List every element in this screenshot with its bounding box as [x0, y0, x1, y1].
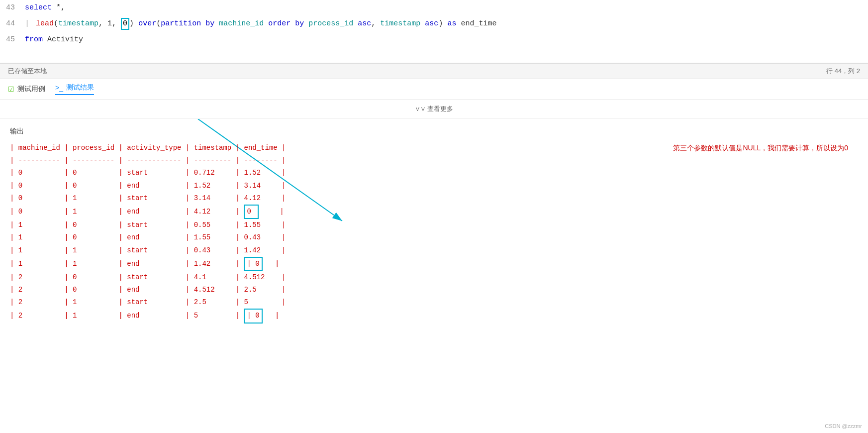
table-row: | 1 | 0 | start | 0.55 | 1.55 | — [10, 219, 858, 231]
code-text — [264, 19, 268, 28]
separator-text: | ---------- | ---------- | ------------… — [10, 154, 286, 167]
code-text: ) — [129, 19, 138, 28]
table-row-highlight-2: | 1 | 1 | end | 1.42 | | 0 | — [10, 257, 858, 271]
keyword-asc1: asc — [358, 19, 371, 28]
table-separator-row: | ---------- | ---------- | ------------… — [10, 154, 858, 167]
tab-test-results-label: 测试结果 — [66, 83, 94, 92]
code-text: ) — [438, 19, 447, 28]
table-row: | 1 | 1 | start | 0.43 | 1.42 | — [10, 244, 858, 257]
table-row: | 1 | 0 | end | 1.55 | 0.43 | — [10, 231, 858, 244]
table-row: | 2 | 1 | start | 2.5 | 5 | — [10, 296, 858, 309]
sql-output: | machine_id | process_id | activity_typ… — [10, 142, 858, 324]
keyword-over: over — [138, 19, 156, 28]
row-data: | 0 | 1 | start | 3.14 | 4.12 | — [10, 192, 286, 205]
terminal-icon: >_ — [55, 84, 63, 92]
highlighted-cell-2: | 0 — [244, 257, 262, 271]
view-more-text: ∨∨ 查看更多 — [415, 105, 454, 112]
table-row: | 2 | 0 | start | 4.1 | 4.512 | — [10, 271, 858, 284]
code-line-45: 45 from Activity — [0, 32, 868, 48]
row-data: | 1 | 1 | end | 1.42 | — [10, 258, 244, 270]
tab-test-results[interactable]: >_ 测试结果 — [55, 83, 94, 95]
watermark: CSDN @zzzmr — [825, 423, 862, 429]
table-row-highlight-1: | 0 | 1 | end | 4.12 | 0 | 第三个参数的默认值是NUL… — [10, 205, 858, 219]
keyword-process-id: process_id — [308, 19, 353, 28]
code-text — [214, 19, 219, 28]
code-text — [420, 19, 425, 28]
table-row: | 0 | 1 | start | 3.14 | 4.12 | — [10, 192, 858, 205]
code-text — [353, 19, 358, 28]
keyword-select: select — [25, 3, 52, 12]
row-data: | 1 | 0 | start | 0.55 | 1.55 | — [10, 219, 286, 231]
code-text: ( — [54, 19, 58, 28]
highlighted-cell-1: 0 — [244, 205, 259, 219]
code-content-44: | lead(timestamp, 1, 0) over(partition b… — [25, 18, 868, 30]
keyword-asc2: asc — [425, 19, 438, 28]
table-row-highlight-3: | 2 | 1 | end | 5 | | 0 | — [10, 309, 858, 323]
keyword-end-time: end_time — [456, 19, 496, 28]
editor-padding — [0, 48, 868, 63]
code-text — [304, 19, 308, 28]
code-text: , 1, — [98, 19, 121, 28]
tab-test-cases[interactable]: ☑ 测试用例 — [8, 85, 45, 94]
table-row: | 2 | 0 | end | 4.512 | 2.5 | — [10, 284, 858, 296]
line-number-44: 44 — [0, 18, 25, 30]
code-line-44: 44 | lead(timestamp, 1, 0) over(partitio… — [0, 16, 868, 32]
keyword-activity: Activity — [43, 35, 83, 44]
row-data: | 1 | 1 | start | 0.43 | 1.42 | — [10, 244, 286, 257]
indent-marker: | — [25, 19, 29, 28]
code-line-43: 43 select *, — [0, 0, 868, 16]
saved-status: 已存储至本地 — [8, 67, 47, 76]
keyword-from: from — [25, 35, 43, 44]
keyword-machine-id: machine_id — [219, 19, 264, 28]
keyword-timestamp2: timestamp — [380, 19, 420, 28]
status-bar: 已存储至本地 行 44，列 2 — [0, 63, 868, 79]
row-data: | 0 | 0 | end | 1.52 | 3.14 | — [10, 180, 286, 192]
header-text: | machine_id | process_id | activity_typ… — [10, 142, 286, 154]
keyword-timestamp: timestamp — [58, 19, 98, 28]
code-editor: 43 select *, 44 | lead(timestamp, 1, 0) … — [0, 0, 868, 63]
keyword-as: as — [447, 19, 456, 28]
line-number-43: 43 — [0, 2, 25, 14]
code-content-43: select *, — [25, 2, 868, 14]
row-data: | 2 | 0 | start | 4.1 | 4.512 | — [10, 271, 286, 284]
table-row: | 0 | 0 | start | 0.712 | 1.52 | — [10, 167, 858, 179]
tabs-bar: ☑ 测试用例 >_ 测试结果 — [0, 79, 868, 100]
row-data: | 2 | 0 | end | 4.512 | 2.5 | — [10, 284, 286, 296]
keyword-lead: lead — [36, 19, 54, 28]
row-data: | 2 | 1 | end | 5 | — [10, 310, 244, 322]
code-text: *, — [52, 3, 65, 12]
code-text: ( — [156, 19, 161, 28]
row-data: | 1 | 0 | end | 1.55 | 0.43 | — [10, 231, 286, 244]
row-data: | 0 | 1 | end | 4.12 | — [10, 206, 244, 218]
code-content-45: from Activity — [25, 34, 868, 46]
output-label: 输出 — [10, 127, 858, 136]
highlight-zero-code: 0 — [121, 18, 129, 30]
highlighted-cell-3: | 0 — [244, 309, 262, 323]
row-data-end: | — [263, 258, 280, 270]
row-data: | 2 | 1 | start | 2.5 | 5 | — [10, 296, 286, 309]
annotation-text: 第三个参数的默认值是NULL，我们需要计算，所以设为0 — [673, 142, 848, 154]
line-number-45: 45 — [0, 34, 25, 46]
row-data-end: | — [263, 310, 280, 322]
row-data-end: | — [259, 206, 284, 218]
keyword-order: order by — [268, 19, 304, 28]
cursor-position: 行 44，列 2 — [826, 67, 860, 76]
keyword-partition: partition by — [161, 19, 214, 28]
tab-test-cases-label: 测试用例 — [17, 85, 45, 94]
table-row: | 0 | 0 | end | 1.52 | 3.14 | — [10, 180, 858, 192]
view-more-bar[interactable]: ∨∨ 查看更多 — [0, 100, 868, 119]
checkbox-icon: ☑ — [8, 85, 14, 93]
output-section: 输出 | machine_id | process_id | activity_… — [0, 119, 868, 331]
watermark-text: CSDN @zzzmr — [825, 423, 862, 429]
code-text: , — [371, 19, 380, 28]
row-data: | 0 | 0 | start | 0.712 | 1.52 | — [10, 167, 286, 179]
